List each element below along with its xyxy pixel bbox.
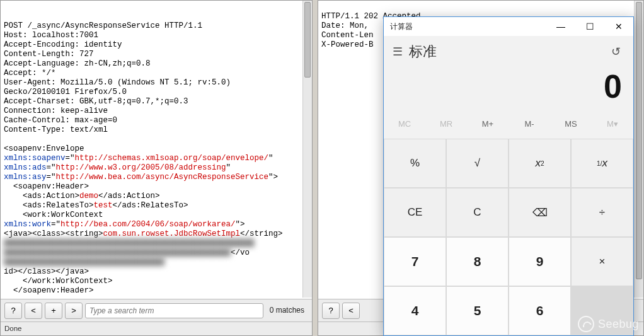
key-sqrt[interactable]: √: [447, 139, 508, 187]
request-headers: POST /_async/AsyncResponseService HTTP/1…: [4, 21, 299, 296]
minimize-button[interactable]: —: [546, 17, 575, 36]
mem-mminus[interactable]: M-: [509, 115, 550, 132]
prev-button[interactable]: <: [342, 303, 360, 319]
maximize-button[interactable]: ☐: [575, 17, 604, 36]
key-9[interactable]: 9: [509, 238, 570, 286]
key-4[interactable]: 4: [384, 287, 446, 335]
mem-ms[interactable]: MS: [550, 115, 592, 132]
status-bar: Done: [1, 322, 312, 335]
help-button[interactable]: ?: [322, 303, 340, 319]
scrollbar-thumb[interactable]: [304, 2, 311, 78]
menu-icon[interactable]: ☰: [393, 41, 409, 62]
help-button[interactable]: ?: [4, 303, 22, 319]
mem-mr[interactable]: MR: [425, 115, 467, 132]
calculator-window: 计算器 — ☐ ✕ ☰ 标准 ↺ 0 MC MR M+ M- MS M▾ % √…: [383, 16, 634, 336]
key-multiply[interactable]: ×: [572, 238, 633, 286]
key-square[interactable]: x2: [509, 139, 570, 187]
scrollbar-vertical[interactable]: [634, 1, 643, 298]
match-count: 0 matches: [266, 306, 308, 315]
mem-mc[interactable]: MC: [384, 115, 425, 132]
calc-header: ☰ 标准 ↺: [384, 36, 633, 67]
display: 0: [384, 67, 633, 113]
mode-label: 标准: [409, 42, 437, 61]
key-backspace[interactable]: ⌫: [509, 188, 570, 236]
mem-mlist[interactable]: M▾: [592, 115, 633, 132]
request-panel: POST /_async/AsyncResponseService HTTP/1…: [0, 0, 313, 336]
memory-row: MC MR M+ M- MS M▾: [384, 113, 633, 139]
history-icon[interactable]: ↺: [607, 41, 624, 62]
key-5[interactable]: 5: [447, 287, 508, 335]
redacted-line: ██████████████████████████████████: [4, 258, 164, 267]
request-content[interactable]: POST /_async/AsyncResponseService HTTP/1…: [1, 1, 302, 298]
scrollbar-thumb[interactable]: [636, 2, 642, 279]
key-c[interactable]: C: [447, 188, 508, 236]
titlebar[interactable]: 计算器 — ☐ ✕: [384, 17, 633, 36]
key-8[interactable]: 8: [447, 238, 508, 286]
add-button[interactable]: +: [45, 303, 62, 319]
next-button[interactable]: >: [65, 303, 83, 319]
key-percent[interactable]: %: [384, 139, 446, 187]
key-divide[interactable]: ÷: [572, 188, 633, 236]
key-7[interactable]: 7: [384, 238, 446, 286]
prev-button[interactable]: <: [25, 303, 42, 319]
close-button[interactable]: ✕: [604, 17, 633, 36]
scrollbar-vertical[interactable]: [302, 1, 312, 298]
key-ce[interactable]: CE: [384, 188, 446, 236]
key-6[interactable]: 6: [509, 287, 570, 335]
redacted-line: ████████████████████████████████████████…: [4, 248, 231, 257]
search-input[interactable]: [85, 303, 263, 318]
mem-mplus[interactable]: M+: [467, 115, 509, 132]
keypad: % √ x2 1/x CE C ⌫ ÷ 7 8 9 × 4 5 6: [384, 139, 633, 335]
search-bar: ? < + > 0 matches: [1, 299, 312, 322]
redacted-line: ████████████████████████████████████████…: [4, 239, 255, 248]
key-reciprocal[interactable]: 1/x: [572, 139, 633, 187]
window-title: 计算器: [390, 21, 413, 32]
